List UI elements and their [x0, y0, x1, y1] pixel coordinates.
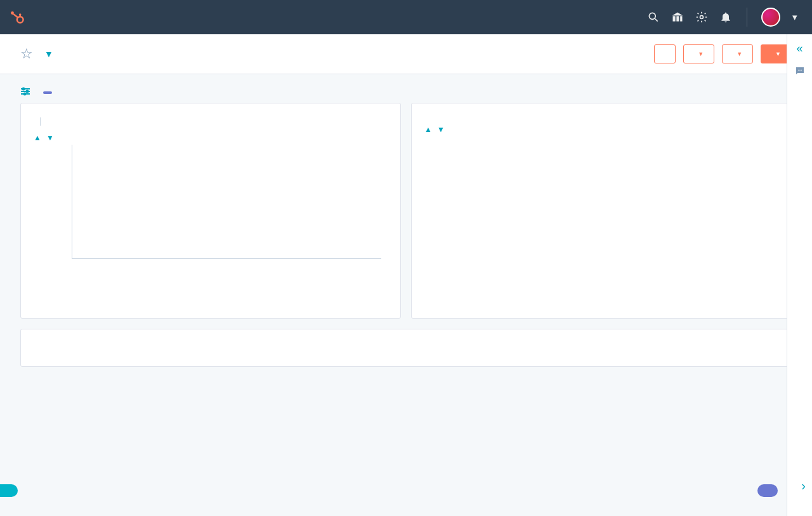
svg-rect-7 [673, 16, 676, 21]
user-avatar[interactable] [761, 8, 780, 27]
legend-pager: ▲ ▼ [34, 133, 388, 142]
svg-point-15 [27, 91, 29, 93]
card-new-mql-leads: ▲ ▼ [20, 103, 401, 319]
hubspot-logo-icon[interactable] [8, 8, 25, 26]
marketplace-icon[interactable] [671, 10, 684, 24]
filter-icon[interactable] [20, 87, 30, 98]
legend-pager: ▲ ▼ [424, 125, 778, 134]
svg-line-2 [13, 14, 18, 18]
svg-rect-8 [676, 16, 679, 21]
create-dashboard-button[interactable] [654, 44, 676, 63]
card-contact-lifecycle-funnel [20, 329, 792, 367]
svg-point-16 [24, 93, 26, 95]
share-button[interactable]: ▼ [722, 44, 753, 63]
notifications-icon[interactable] [719, 10, 733, 24]
beta-badge [43, 91, 52, 94]
chevron-down-icon: ▼ [44, 49, 53, 59]
account-menu-chevron-icon[interactable]: ▾ [790, 10, 799, 24]
search-icon[interactable] [646, 10, 660, 24]
pager-prev-icon[interactable]: ▲ [34, 133, 41, 142]
settings-icon[interactable] [695, 10, 709, 24]
svg-rect-9 [680, 16, 682, 21]
svg-point-14 [23, 88, 25, 90]
line-chart [34, 145, 388, 297]
favorite-star-icon[interactable]: ☆ [20, 46, 33, 62]
dashboard-title-dropdown[interactable]: ▼ [39, 49, 53, 59]
svg-point-18 [799, 70, 801, 71]
comments-icon[interactable] [794, 65, 806, 80]
actions-button[interactable]: ▼ [683, 44, 714, 63]
card-mql-by-source: ▲ ▼ [411, 103, 792, 319]
pager-next-icon[interactable]: ▼ [437, 125, 445, 134]
svg-point-19 [801, 70, 802, 71]
top-nav: ▾ [0, 0, 812, 34]
nav-divider [747, 8, 747, 27]
svg-point-5 [649, 13, 655, 19]
svg-point-17 [798, 70, 799, 71]
svg-line-6 [655, 19, 658, 22]
page-header: ☆ ▼ ▼ ▼ ▼ [0, 34, 812, 74]
collapse-rail-icon[interactable]: « [796, 42, 802, 55]
donut-chart [424, 138, 778, 303]
pager-prev-icon[interactable]: ▲ [424, 125, 432, 134]
pager-next-icon[interactable]: ▼ [46, 133, 54, 142]
right-rail: « [787, 34, 812, 392]
svg-point-10 [700, 16, 704, 19]
